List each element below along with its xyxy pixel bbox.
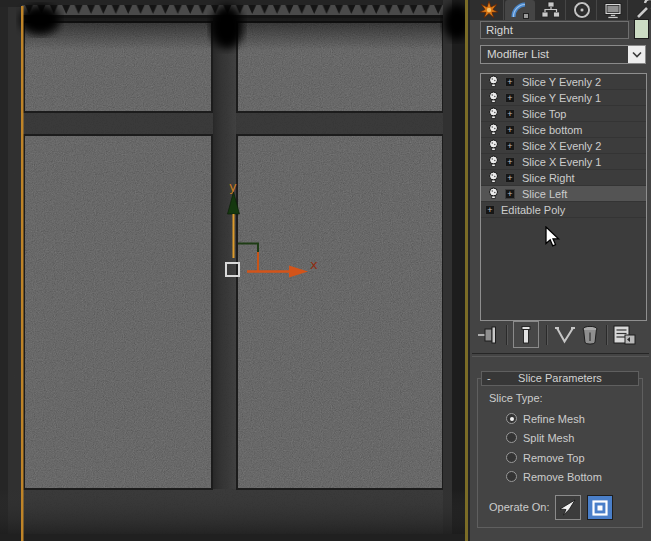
show-end-result-button[interactable] — [513, 321, 539, 348]
expand-icon[interactable]: + — [505, 77, 515, 87]
visibility-bulb-icon[interactable] — [488, 139, 499, 153]
gizmo-x-label: x — [310, 257, 318, 272]
motion-icon — [572, 0, 592, 20]
visibility-bulb-icon[interactable] — [488, 75, 499, 89]
visibility-bulb-icon[interactable] — [488, 171, 499, 185]
display-icon — [603, 0, 623, 20]
modifier-row[interactable]: + Slice Right — [481, 170, 646, 186]
collapse-icon[interactable]: - — [487, 372, 491, 385]
radio-icon[interactable] — [506, 413, 517, 424]
chevron-down-icon — [631, 51, 643, 59]
modifier-row-selected[interactable]: + Slice Left — [481, 186, 646, 202]
tab-create[interactable] — [474, 0, 504, 20]
hierarchy-icon — [541, 0, 561, 20]
modifier-list-dropdown[interactable]: Modifier List — [480, 45, 646, 64]
tab-display[interactable] — [598, 0, 628, 20]
expand-icon[interactable]: + — [505, 93, 515, 103]
visibility-bulb-icon[interactable] — [488, 107, 499, 121]
modifier-row[interactable]: + Editable Poly — [481, 202, 646, 218]
create-icon — [479, 0, 499, 20]
visibility-bulb-icon[interactable] — [488, 123, 499, 137]
tab-modify[interactable] — [505, 0, 535, 20]
visibility-bulb-icon[interactable] — [488, 155, 499, 169]
command-panel: Right Modifier List + Slice Y Evenly 2 +… — [470, 0, 651, 541]
utilities-icon — [634, 0, 651, 20]
operate-on-polygon-button[interactable] — [587, 495, 613, 520]
modifier-row[interactable]: + Slice bottom — [481, 122, 646, 138]
modifier-row[interactable]: + Slice Y Evenly 1 — [481, 90, 646, 106]
panel-divider — [472, 353, 649, 357]
object-name-field[interactable]: Right — [480, 21, 629, 39]
visibility-bulb-icon[interactable] — [488, 187, 499, 201]
radio-icon[interactable] — [506, 432, 517, 443]
expand-icon[interactable]: + — [505, 189, 515, 199]
expand-icon[interactable]: + — [505, 109, 515, 119]
pin-stack-button[interactable] — [476, 324, 504, 346]
viewport-active-border-right — [465, 0, 468, 541]
modifier-row[interactable]: + Slice Y Evenly 2 — [481, 74, 646, 90]
polygon-icon — [591, 499, 609, 517]
remove-modifier-button[interactable] — [580, 324, 600, 346]
expand-icon[interactable]: + — [505, 125, 515, 135]
radio-remove-bottom[interactable]: Remove Bottom — [506, 470, 602, 483]
expand-icon[interactable]: + — [505, 173, 515, 183]
modify-icon — [510, 0, 530, 20]
gizmo-y-label: y — [229, 179, 237, 194]
radio-refine-mesh[interactable]: Refine Mesh — [506, 412, 585, 425]
slice-parameters-rollout: - Slice Parameters Slice Type: Refine Me… — [477, 378, 643, 528]
face-arrow-icon — [558, 499, 578, 517]
configure-modifier-sets-button[interactable] — [612, 324, 638, 347]
tab-hierarchy[interactable] — [536, 0, 566, 20]
command-panel-tabs — [470, 0, 651, 20]
tab-motion[interactable] — [567, 0, 597, 20]
radio-remove-top[interactable]: Remove Top — [506, 451, 585, 464]
operate-on-label: Operate On: — [489, 501, 550, 513]
slice-type-label: Slice Type: — [489, 392, 543, 404]
object-color-swatch[interactable] — [634, 19, 649, 39]
mouse-cursor — [545, 226, 561, 250]
radio-split-mesh[interactable]: Split Mesh — [506, 431, 574, 444]
viewport-3d[interactable]: y x — [0, 0, 470, 541]
expand-icon[interactable]: + — [505, 157, 515, 167]
operate-on-face-button[interactable] — [555, 495, 581, 520]
make-unique-button[interactable] — [553, 326, 577, 344]
radio-icon[interactable] — [506, 471, 517, 482]
viewport-active-border-left — [21, 6, 24, 541]
modifier-list-label: Modifier List — [487, 48, 549, 60]
modifier-row[interactable]: + Slice Top — [481, 106, 646, 122]
radio-icon[interactable] — [506, 452, 517, 463]
tab-utilities[interactable] — [629, 0, 651, 20]
expand-icon[interactable]: + — [505, 141, 515, 151]
show-end-result-icon — [519, 325, 533, 345]
dropdown-button[interactable] — [628, 46, 645, 63]
expand-icon[interactable]: + — [485, 205, 495, 215]
rollout-header[interactable]: - Slice Parameters — [481, 371, 639, 386]
modifier-stack-list[interactable]: + Slice Y Evenly 2 + Slice Y Evenly 1 + … — [480, 73, 647, 321]
modifier-row[interactable]: + Slice X Evenly 1 — [481, 154, 646, 170]
modifier-row[interactable]: + Slice X Evenly 2 — [481, 138, 646, 154]
visibility-bulb-icon[interactable] — [488, 91, 499, 105]
rollout-title: Slice Parameters — [518, 372, 602, 384]
